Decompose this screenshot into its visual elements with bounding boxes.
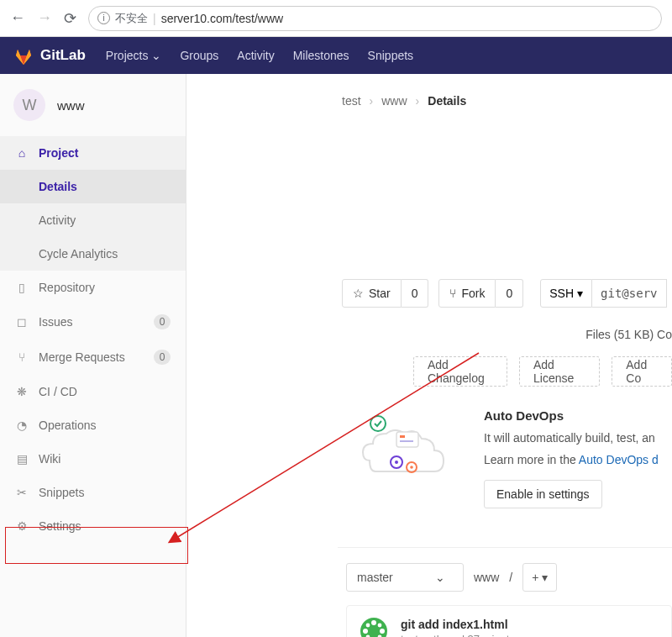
star-icon: ☆ — [353, 287, 364, 300]
sidebar-item-operations[interactable]: ◔ Operations — [0, 408, 186, 442]
plus-icon: + — [532, 571, 538, 584]
sidebar-item-label: Settings — [39, 519, 81, 533]
home-icon: ⌂ — [15, 146, 29, 160]
project-name: www — [57, 98, 85, 113]
clone-url-field[interactable]: git@serv — [592, 279, 666, 308]
url-bar[interactable]: i 不安全 | server10.com/test/www — [88, 6, 662, 31]
breadcrumb: test › www › Details — [342, 86, 672, 119]
sidebar-item-label: CI / CD — [39, 385, 77, 398]
sidebar-item-label: Merge Requests — [39, 350, 125, 364]
sidebar-item-merge-requests[interactable]: ⑂ Merge Requests 0 — [0, 340, 186, 375]
ssh-dropdown[interactable]: SSH▾ — [540, 279, 592, 308]
branch-select[interactable]: master ⌄ — [346, 563, 464, 592]
sidebar-item-label: Project — [39, 146, 78, 160]
clone-url-group: SSH▾ git@serv — [540, 279, 666, 308]
sidebar: W www ⌂ Project Details Activity Cycle A… — [0, 74, 186, 637]
sidebar-item-settings[interactable]: ⚙ Settings — [0, 509, 186, 543]
info-icon: i — [97, 12, 110, 24]
content-area: test › www › Details ☆Star 0 ⑂Fork 0 SSH… — [186, 74, 672, 637]
sidebar-sub-cycle[interactable]: Cycle Analytics — [0, 237, 186, 271]
add-files-row: Add Changelog Add License Add Co — [186, 356, 672, 387]
gitlab-topbar: GitLab Projects ⌄ Groups Activity Milest… — [0, 37, 672, 74]
sidebar-item-label: Wiki — [39, 452, 60, 466]
add-file-dropdown[interactable]: + ▾ — [522, 563, 557, 592]
breadcrumb-current: Details — [428, 94, 466, 108]
svg-point-12 — [380, 629, 385, 634]
breadcrumb-item[interactable]: test — [342, 94, 361, 108]
devops-illustration — [354, 408, 455, 489]
sidebar-item-issues[interactable]: ◻ Issues 0 — [0, 304, 186, 340]
add-changelog-button[interactable]: Add Changelog — [413, 356, 507, 387]
svg-rect-2 — [400, 435, 405, 438]
sidebar-item-repository[interactable]: ▯ Repository — [0, 271, 186, 304]
svg-point-9 — [371, 620, 376, 625]
insecure-label: 不安全 — [115, 11, 148, 26]
svg-point-13 — [366, 624, 370, 628]
gitlab-logo[interactable]: GitLab — [13, 45, 86, 66]
sidebar-sub-details[interactable]: Details — [0, 170, 186, 203]
commit-avatar — [359, 616, 389, 637]
add-license-button[interactable]: Add License — [519, 356, 600, 387]
topnav-activity[interactable]: Activity — [237, 49, 274, 62]
devops-learn-more: Learn more in the Auto DevOps d — [484, 453, 672, 466]
sidebar-item-label: Repository — [39, 281, 95, 294]
devops-desc: It will automatically build, test, an — [484, 431, 672, 445]
devops-title: Auto DevOps — [484, 408, 672, 423]
caret-down-icon: ▾ — [577, 287, 583, 300]
chevron-down-icon: ⌄ — [435, 571, 445, 584]
sidebar-item-label: Snippets — [39, 486, 84, 499]
breadcrumb-item[interactable]: www — [381, 94, 407, 108]
caret-down-icon: ▾ — [542, 571, 548, 584]
topnav-milestones[interactable]: Milestones — [293, 49, 349, 62]
enable-settings-button[interactable]: Enable in settings — [484, 480, 602, 508]
path-root[interactable]: www — [474, 571, 499, 584]
sidebar-item-cicd[interactable]: ❋ CI / CD — [0, 375, 186, 408]
files-info[interactable]: Files (51 KB) Co — [342, 308, 672, 356]
star-count: 0 — [402, 279, 429, 308]
issues-icon: ◻ — [15, 315, 29, 329]
svg-point-7 — [410, 466, 413, 469]
fork-button[interactable]: ⑂Fork — [438, 279, 496, 308]
branch-row: master ⌄ www / + ▾ — [186, 548, 672, 592]
merge-icon: ⑂ — [15, 350, 29, 364]
sidebar-item-wiki[interactable]: ▤ Wiki — [0, 442, 186, 476]
divider: | — [153, 12, 156, 25]
svg-rect-1 — [396, 432, 418, 447]
svg-point-5 — [395, 461, 398, 464]
devops-link[interactable]: Auto DevOps d — [579, 453, 659, 466]
gitlab-icon — [13, 45, 34, 66]
gear-icon: ⚙ — [15, 519, 29, 533]
project-header[interactable]: W www — [0, 74, 186, 136]
topnav-projects[interactable]: Projects ⌄ — [106, 49, 162, 62]
path-sep: / — [509, 571, 512, 584]
browser-toolbar: ← → ⟳ i 不安全 | server10.com/test/www — [0, 0, 672, 37]
topnav: Projects ⌄ Groups Activity Milestones Sn… — [106, 49, 413, 62]
auto-devops-panel: Auto DevOps It will automatically build,… — [186, 387, 672, 530]
topnav-groups[interactable]: Groups — [180, 49, 218, 62]
sidebar-item-label: Issues — [39, 315, 72, 329]
commit-meta: test authored 37 minutes ago — [401, 633, 542, 638]
star-button[interactable]: ☆Star — [342, 279, 402, 308]
commit-title: git add index1.html — [401, 618, 542, 631]
fork-count: 0 — [496, 279, 523, 308]
topnav-snippets[interactable]: Snippets — [368, 49, 413, 62]
svg-point-11 — [363, 629, 368, 634]
issues-count-badge: 0 — [154, 314, 171, 329]
latest-commit[interactable]: git add index1.html test authored 37 min… — [346, 605, 672, 637]
project-actions-row: ☆Star 0 ⑂Fork 0 SSH▾ git@serv — [186, 279, 672, 308]
back-icon[interactable]: ← — [10, 9, 25, 27]
sidebar-item-project[interactable]: ⌂ Project — [0, 136, 186, 170]
chevron-right-icon: › — [416, 94, 420, 108]
sidebar-item-snippets[interactable]: ✂ Snippets — [0, 476, 186, 509]
brand-text: GitLab — [40, 47, 86, 64]
url-text: server10.com/test/www — [161, 12, 283, 25]
commit-text: git add index1.html test authored 37 min… — [401, 618, 542, 638]
sidebar-sub-activity[interactable]: Activity — [0, 203, 186, 237]
scissors-icon: ✂ — [15, 486, 29, 499]
file-icon: ▯ — [15, 281, 29, 294]
add-contrib-button[interactable]: Add Co — [612, 356, 672, 387]
devops-text: Auto DevOps It will automatically build,… — [484, 408, 672, 508]
reload-icon[interactable]: ⟳ — [64, 9, 76, 28]
sidebar-item-label: Operations — [39, 419, 96, 432]
forward-icon[interactable]: → — [37, 9, 52, 27]
